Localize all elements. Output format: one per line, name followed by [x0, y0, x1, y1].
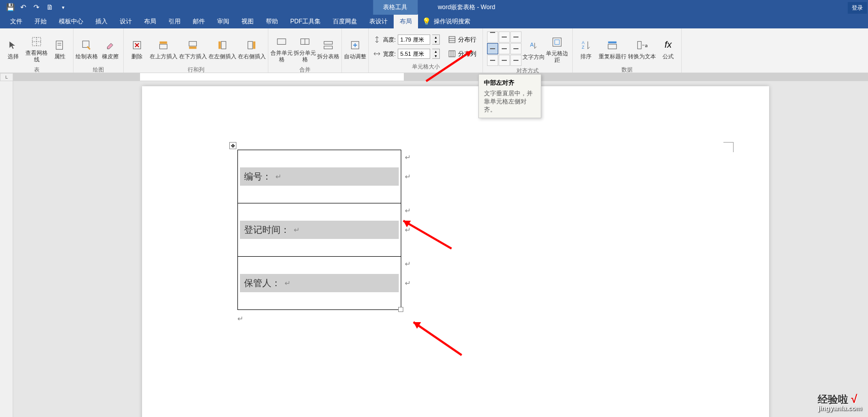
insert-below-button[interactable]: 在下方插入 — [179, 31, 207, 65]
svg-rect-22 — [324, 46, 333, 49]
ruler-corner-tab[interactable]: L — [0, 73, 13, 81]
qat-redo[interactable]: ↷ — [30, 1, 43, 13]
text-direction-button[interactable]: A 文字方向 — [523, 32, 545, 65]
tooltip-title: 中部左对齐 — [484, 79, 536, 87]
autofit-button[interactable]: 自动调整 — [344, 31, 366, 65]
svg-line-43 — [413, 322, 462, 355]
table-move-handle[interactable]: ✥ — [229, 142, 236, 149]
svg-rect-18 — [277, 39, 286, 45]
menu-table-layout[interactable]: 布局 — [394, 14, 418, 29]
distribute-rows-button[interactable]: 分布行 — [446, 34, 478, 45]
height-label: 高度: — [383, 36, 396, 44]
width-icon — [373, 50, 381, 58]
height-input[interactable] — [398, 34, 430, 45]
draw-table-button[interactable]: 绘制表格 — [76, 31, 98, 65]
qat-save[interactable]: 💾 — [4, 1, 16, 13]
qat-undo[interactable]: ↶ — [17, 1, 29, 13]
align-bottom-center[interactable] — [499, 55, 510, 66]
height-down[interactable]: ▼ — [432, 40, 439, 44]
svg-rect-12 — [189, 41, 197, 46]
document-table[interactable]: ↵ ↵ 编号：↵ ↵ ↵ 登记时间：↵ ↵ ↵ 保管人：↵ — [237, 150, 401, 310]
align-bottom-left[interactable] — [487, 55, 498, 66]
alignment-grid — [487, 31, 522, 66]
svg-rect-15 — [219, 41, 221, 49]
para-mark-icon: ↵ — [405, 260, 411, 268]
align-middle-center[interactable] — [499, 43, 510, 54]
select-button[interactable]: 选择 — [2, 31, 24, 65]
qat-customize[interactable]: ▾ — [57, 1, 69, 13]
formula-button[interactable]: fx 公式 — [657, 31, 679, 65]
height-icon — [373, 36, 381, 44]
delete-button[interactable]: 删除 — [126, 31, 148, 65]
menu-review[interactable]: 审阅 — [211, 14, 235, 29]
eraser-button[interactable]: 橡皮擦 — [99, 31, 121, 65]
menu-layout[interactable]: 布局 — [138, 14, 162, 29]
align-bottom-right[interactable] — [510, 55, 522, 66]
table-cell-2[interactable]: ↵ ↵ 登记时间：↵ — [238, 203, 401, 257]
svg-line-39 — [426, 51, 472, 81]
table-resize-handle[interactable] — [398, 307, 403, 312]
split-table-button[interactable]: 拆分表格 — [317, 31, 339, 65]
svg-rect-31 — [553, 38, 562, 47]
height-up[interactable]: ▲ — [432, 35, 439, 40]
menu-view[interactable]: 视图 — [235, 14, 260, 29]
align-middle-left[interactable] — [487, 43, 498, 54]
align-top-center[interactable] — [499, 31, 510, 43]
group-autofit-label — [344, 70, 366, 72]
para-mark-icon: ↵ — [275, 172, 282, 181]
convert-text-button[interactable]: a 转换为文本 — [628, 31, 656, 65]
insert-above-button[interactable]: 在上方插入 — [149, 31, 178, 65]
document-title: word嵌套表格 - Word — [438, 3, 495, 12]
table-cell-1[interactable]: ↵ ↵ 编号：↵ — [238, 150, 401, 203]
menu-baidu[interactable]: 百度网盘 — [327, 14, 363, 29]
insert-left-button[interactable]: 在左侧插入 — [208, 31, 236, 65]
tooltip-align-middle-left: 中部左对齐 文字垂直居中，并靠单元格左侧对齐。 — [478, 74, 541, 118]
context-tab-table-tools: 表格工具 — [373, 0, 418, 15]
login-button[interactable]: 登录 — [848, 2, 867, 14]
tooltip-description: 文字垂直居中，并靠单元格左侧对齐。 — [484, 89, 536, 114]
svg-text:A: A — [582, 41, 585, 45]
vertical-ruler[interactable] — [0, 81, 13, 417]
svg-rect-16 — [248, 41, 253, 49]
qat-print-preview[interactable]: 🗎 — [44, 1, 56, 13]
menu-design[interactable]: 设计 — [114, 14, 138, 29]
annotation-arrow-2 — [396, 213, 457, 254]
menu-pdf[interactable]: PDF工具集 — [284, 14, 327, 29]
repeat-header-button[interactable]: 重复标题行 — [598, 31, 627, 65]
para-mark-icon: ↵ — [405, 279, 411, 287]
menu-insert[interactable]: 插入 — [89, 14, 114, 29]
menu-mailings[interactable]: 邮件 — [187, 14, 211, 29]
svg-rect-17 — [253, 41, 256, 49]
align-top-right[interactable] — [510, 31, 522, 43]
para-mark-icon: ↵ — [405, 153, 411, 161]
menu-references[interactable]: 引用 — [162, 14, 187, 29]
cell-text: 登记时间： — [244, 224, 290, 236]
svg-rect-10 — [160, 44, 167, 49]
properties-button[interactable]: 属性 — [49, 31, 71, 65]
width-label: 宽度: — [383, 50, 396, 58]
menu-help[interactable]: 帮助 — [260, 14, 284, 29]
menu-table-design[interactable]: 表设计 — [363, 14, 394, 29]
menu-template[interactable]: 模板中心 — [53, 14, 89, 29]
tell-me-search[interactable]: 💡 操作说明搜索 — [418, 15, 474, 28]
bulb-icon: 💡 — [422, 17, 431, 25]
table-cell-3[interactable]: ↵ ↵ 保管人：↵ — [238, 257, 401, 310]
view-gridlines-button[interactable]: 查看网格线 — [25, 31, 48, 65]
check-icon: √ — [851, 393, 857, 405]
menu-file[interactable]: 文件 — [4, 14, 28, 29]
svg-rect-14 — [221, 41, 226, 49]
insert-right-button[interactable]: 在右侧插入 — [237, 31, 266, 65]
menu-home[interactable]: 开始 — [28, 14, 53, 29]
align-top-left[interactable] — [487, 31, 498, 43]
para-mark-icon: ↵ — [285, 279, 291, 287]
split-cells-button[interactable]: 拆分单元格 — [294, 31, 316, 65]
align-middle-right[interactable] — [510, 43, 522, 54]
tell-me-label: 操作说明搜索 — [434, 17, 470, 26]
svg-rect-37 — [638, 41, 641, 49]
merge-cells-button[interactable]: 合并单元格 — [270, 31, 293, 65]
para-mark-icon: ↵ — [294, 226, 300, 234]
page-corner-mark — [723, 142, 734, 152]
svg-text:Z: Z — [582, 45, 584, 50]
sort-button[interactable]: AZ 排序 — [575, 31, 597, 65]
cell-margins-button[interactable]: 单元格边距 — [546, 32, 568, 65]
